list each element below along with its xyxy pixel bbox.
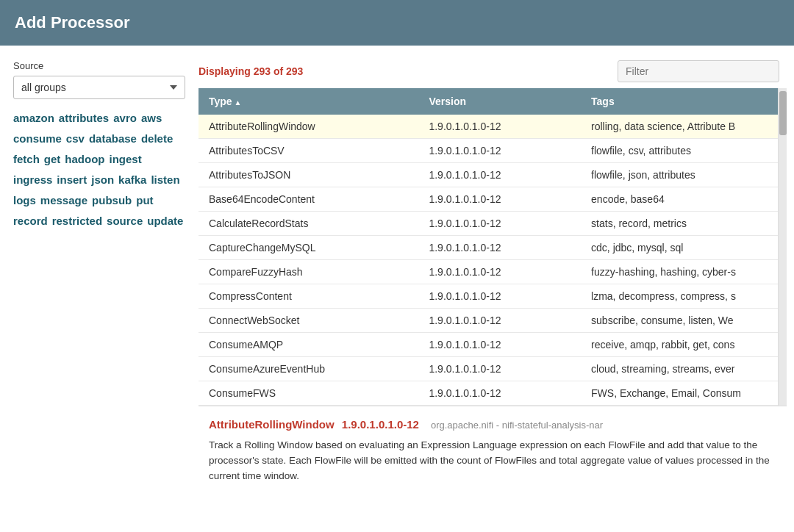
- cell-tags: lzma, decompress, compress, s: [581, 284, 778, 309]
- tag-item[interactable]: record: [13, 212, 48, 230]
- cell-type: ConsumeFWS: [198, 381, 418, 406]
- cell-tags: flowfile, json, attributes: [581, 163, 778, 187]
- cell-type: ConnectWebSocket: [198, 309, 418, 333]
- table-row[interactable]: CalculateRecordStats 1.9.0.1.0.1.0-12 st…: [198, 212, 778, 236]
- tag-item[interactable]: database: [89, 130, 137, 148]
- cell-version: 1.9.0.1.0.1.0-12: [418, 115, 581, 139]
- cell-type: CompareFuzzyHash: [198, 260, 418, 284]
- cell-tags: encode, base64: [581, 187, 778, 212]
- table-row[interactable]: ConsumeAMQP 1.9.0.1.0.1.0-12 receive, am…: [198, 333, 778, 357]
- tag-item[interactable]: update: [147, 212, 183, 230]
- cell-type: CalculateRecordStats: [198, 212, 418, 236]
- cell-type: ConsumeAMQP: [198, 333, 418, 357]
- tag-item[interactable]: restricted: [52, 212, 102, 230]
- detail-org: org.apache.nifi - nifi-stateful-analysis…: [431, 420, 603, 431]
- col-version: Version: [418, 88, 581, 115]
- cell-type: CaptureChangeMySQL: [198, 236, 418, 260]
- table-row[interactable]: CompressContent 1.9.0.1.0.1.0-12 lzma, d…: [198, 284, 778, 309]
- tag-item[interactable]: listen: [151, 171, 179, 189]
- cell-version: 1.9.0.1.0.1.0-12: [418, 236, 581, 260]
- cell-version: 1.9.0.1.0.1.0-12: [418, 333, 581, 357]
- cell-type: ConsumeAzureEventHub: [198, 357, 418, 381]
- cell-tags: cdc, jdbc, mysql, sql: [581, 236, 778, 260]
- tag-item[interactable]: amazon: [13, 109, 54, 127]
- detail-section: AttributeRollingWindow 1.9.0.1.0.1.0-12 …: [198, 406, 787, 495]
- tag-item[interactable]: put: [136, 192, 153, 209]
- tag-item[interactable]: attributes: [59, 109, 109, 127]
- table-row[interactable]: ConsumeFWS 1.9.0.1.0.1.0-12 FWS, Exchang…: [198, 381, 778, 406]
- scrollbar-thumb: [779, 91, 787, 135]
- table-row[interactable]: CaptureChangeMySQL 1.9.0.1.0.1.0-12 cdc,…: [198, 236, 778, 260]
- cell-version: 1.9.0.1.0.1.0-12: [418, 357, 581, 381]
- tag-item[interactable]: hadoop: [65, 151, 104, 168]
- tag-item[interactable]: avro: [113, 109, 137, 127]
- tag-cloud: amazonattributesavroawsconsumecsvdatabas…: [13, 109, 185, 230]
- detail-processor-name: AttributeRollingWindow 1.9.0.1.0.1.0-12: [209, 418, 419, 431]
- tag-item[interactable]: json: [91, 171, 114, 189]
- cell-tags: stats, record, metrics: [581, 212, 778, 236]
- table-row[interactable]: AttributesToCSV 1.9.0.1.0.1.0-12 flowfil…: [198, 139, 778, 163]
- right-panel: Displaying 293 of 293 Type Version Tags: [198, 60, 794, 495]
- detail-description: Track a Rolling Window based on evaluati…: [209, 438, 776, 484]
- detail-header: AttributeRollingWindow 1.9.0.1.0.1.0-12 …: [209, 418, 776, 432]
- table-row[interactable]: ConsumeAzureEventHub 1.9.0.1.0.1.0-12 cl…: [198, 357, 778, 381]
- tag-item[interactable]: logs: [13, 192, 36, 209]
- cell-version: 1.9.0.1.0.1.0-12: [418, 284, 581, 309]
- table-wrapper: Type Version Tags AttributeRollingWindow…: [198, 88, 787, 406]
- filter-input[interactable]: [618, 60, 779, 82]
- cell-tags: fuzzy-hashing, hashing, cyber-s: [581, 260, 778, 284]
- dialog-header: Add Processor: [0, 0, 794, 46]
- table-header-row: Type Version Tags: [198, 88, 778, 115]
- cell-tags: flowfile, csv, attributes: [581, 139, 778, 163]
- main-content: Source all groups amazonattributesavroaw…: [0, 46, 794, 495]
- col-tags: Tags: [581, 88, 778, 115]
- cell-version: 1.9.0.1.0.1.0-12: [418, 163, 581, 187]
- col-type: Type: [198, 88, 418, 115]
- table-row[interactable]: CompareFuzzyHash 1.9.0.1.0.1.0-12 fuzzy-…: [198, 260, 778, 284]
- table-row[interactable]: Base64EncodeContent 1.9.0.1.0.1.0-12 enc…: [198, 187, 778, 212]
- tag-item[interactable]: ingest: [110, 151, 142, 168]
- processor-table: Type Version Tags AttributeRollingWindow…: [198, 88, 778, 406]
- cell-version: 1.9.0.1.0.1.0-12: [418, 187, 581, 212]
- dialog-title: Add Processor: [15, 13, 779, 32]
- tag-item[interactable]: ingress: [13, 171, 52, 189]
- tag-item[interactable]: csv: [66, 130, 85, 148]
- cell-version: 1.9.0.1.0.1.0-12: [418, 139, 581, 163]
- cell-version: 1.9.0.1.0.1.0-12: [418, 309, 581, 333]
- cell-tags: cloud, streaming, streams, ever: [581, 357, 778, 381]
- tag-item[interactable]: pubsub: [92, 192, 132, 209]
- table-row[interactable]: AttributesToJSON 1.9.0.1.0.1.0-12 flowfi…: [198, 163, 778, 187]
- cell-tags: subscribe, consume, listen, We: [581, 309, 778, 333]
- left-panel: Source all groups amazonattributesavroaw…: [0, 60, 198, 495]
- cell-tags: rolling, data science, Attribute B: [581, 115, 778, 139]
- cell-tags: FWS, Exchange, Email, Consum: [581, 381, 778, 406]
- cell-type: AttributeRollingWindow: [198, 115, 418, 139]
- table-main: Type Version Tags AttributeRollingWindow…: [198, 88, 778, 406]
- cell-tags: receive, amqp, rabbit, get, cons: [581, 333, 778, 357]
- tag-item[interactable]: consume: [13, 130, 62, 148]
- cell-version: 1.9.0.1.0.1.0-12: [418, 381, 581, 406]
- source-select[interactable]: all groups: [13, 76, 185, 99]
- cell-type: AttributesToJSON: [198, 163, 418, 187]
- tag-item[interactable]: aws: [141, 109, 162, 127]
- tag-item[interactable]: message: [40, 192, 87, 209]
- cell-version: 1.9.0.1.0.1.0-12: [418, 260, 581, 284]
- cell-type: AttributesToCSV: [198, 139, 418, 163]
- cell-type: Base64EncodeContent: [198, 187, 418, 212]
- table-row[interactable]: ConnectWebSocket 1.9.0.1.0.1.0-12 subscr…: [198, 309, 778, 333]
- cell-type: CompressContent: [198, 284, 418, 309]
- cell-version: 1.9.0.1.0.1.0-12: [418, 212, 581, 236]
- scrollbar-track[interactable]: [778, 88, 787, 406]
- tag-item[interactable]: get: [44, 151, 61, 168]
- tag-item[interactable]: fetch: [13, 151, 40, 168]
- tag-item[interactable]: kafka: [118, 171, 146, 189]
- top-bar: Displaying 293 of 293: [198, 60, 787, 82]
- table-row[interactable]: AttributeRollingWindow 1.9.0.1.0.1.0-12 …: [198, 115, 778, 139]
- tag-item[interactable]: delete: [141, 130, 173, 148]
- tag-item[interactable]: insert: [57, 171, 87, 189]
- source-label: Source: [13, 60, 185, 71]
- tag-item[interactable]: source: [107, 212, 143, 230]
- display-count: Displaying 293 of 293: [198, 65, 303, 77]
